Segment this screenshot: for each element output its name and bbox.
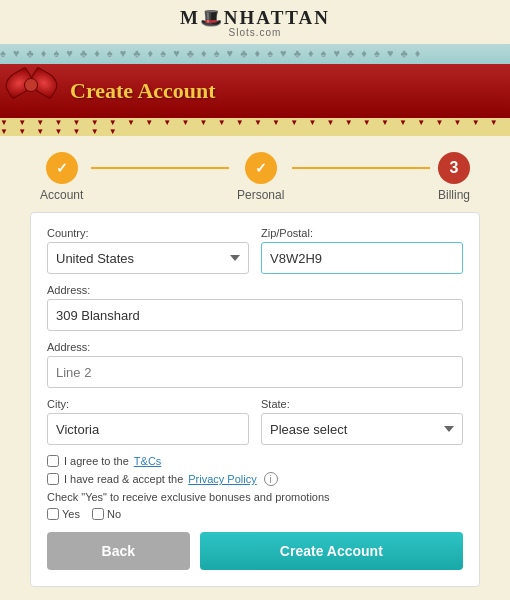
tac-text: I agree to the [64,455,129,467]
yes-checkbox[interactable] [47,508,59,520]
zip-input[interactable] [261,242,463,274]
privacy-text: I have read & accept the [64,473,183,485]
country-label: Country: [47,227,249,239]
address1-input[interactable] [47,299,463,331]
country-zip-row: Country: United States Canada United Kin… [47,227,463,274]
deco-banner [0,44,510,64]
no-label: No [92,508,121,520]
step2-label: Personal [237,188,284,202]
step1-circle: ✓ [46,152,78,184]
zip-group: Zip/Postal: [261,227,463,274]
steps-container: ✓ Account ✓ Personal 3 Billing [0,136,510,212]
privacy-checkbox[interactable] [47,473,59,485]
step-account: ✓ Account [40,152,83,202]
address2-row: Address: [47,341,463,388]
back-button[interactable]: Back [47,532,190,570]
address2-label: Address: [47,341,463,353]
create-account-button[interactable]: Create Account [200,532,463,570]
step-personal: ✓ Personal [237,152,284,202]
step-line-1 [91,167,229,169]
city-group: City: [47,398,249,445]
privacy-link[interactable]: Privacy Policy [188,473,256,485]
city-label: City: [47,398,249,410]
step1-label: Account [40,188,83,202]
logo-top: M🎩NHATTAN [180,8,330,27]
step-line-2 [292,167,430,169]
zip-label: Zip/Postal: [261,227,463,239]
header: M🎩NHATTAN Slots.com [0,0,510,44]
privacy-info-icon[interactable]: i [264,472,278,486]
step3-circle: 3 [438,152,470,184]
yes-label: Yes [47,508,80,520]
address1-label: Address: [47,284,463,296]
step2-circle: ✓ [245,152,277,184]
tac-checkbox[interactable] [47,455,59,467]
state-label: State: [261,398,463,410]
privacy-row: I have read & accept the Privacy Policy … [47,472,463,486]
address1-row: Address: [47,284,463,331]
promo-text: Check "Yes" to receive exclusive bonuses… [47,491,463,503]
title-bar: Create Account [0,64,510,118]
yes-no-row: Yes No [47,508,463,520]
address1-group: Address: [47,284,463,331]
logo-bottom: Slots.com [229,27,282,38]
tac-link[interactable]: T&Cs [134,455,162,467]
tac-row: I agree to the T&Cs [47,455,463,467]
address2-input[interactable] [47,356,463,388]
city-state-row: City: State: Please select Alberta Briti… [47,398,463,445]
deco-dots [0,118,510,136]
bow-center [24,78,38,92]
no-checkbox[interactable] [92,508,104,520]
address2-group: Address: [47,341,463,388]
page-title: Create Account [70,78,216,104]
city-input[interactable] [47,413,249,445]
country-group: Country: United States Canada United Kin… [47,227,249,274]
state-select[interactable]: Please select Alberta British Columbia O… [261,413,463,445]
button-row: Back Create Account [47,532,463,570]
country-select[interactable]: United States Canada United Kingdom Aust… [47,242,249,274]
state-group: State: Please select Alberta British Col… [261,398,463,445]
step3-label: Billing [438,188,470,202]
logo: M🎩NHATTAN Slots.com [180,8,330,38]
step-billing: 3 Billing [438,152,470,202]
bow-decoration [0,64,65,119]
form-card: Country: United States Canada United Kin… [30,212,480,587]
